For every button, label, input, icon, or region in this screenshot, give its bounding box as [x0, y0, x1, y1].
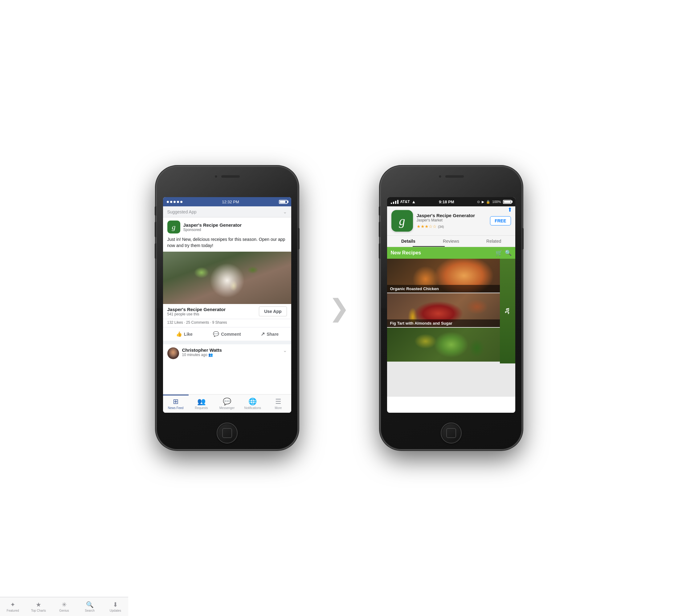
ad-actions: 👍 Like 💬 Comment ↗ Share [163, 327, 291, 341]
ad-users-count: 541 people use this [167, 312, 226, 316]
ad-card-info: Jasper's Recipe Generator Sponsored [183, 222, 287, 232]
forward-arrow: ❯ [329, 294, 349, 323]
side-peek-text: Ja [504, 308, 511, 314]
app-store-header: g Jasper's Recipe Generator Jasper's Mar… [387, 206, 515, 236]
signal-dot [170, 201, 172, 203]
battery-fill [280, 201, 286, 203]
requests-label: Requests [195, 406, 208, 410]
recipe-item-1[interactable]: Organic Roasted Chicken [387, 259, 515, 293]
signal-bar-4 [397, 200, 399, 204]
cart-icon[interactable]: 🛒 [496, 249, 502, 256]
app-icon-large: g [391, 210, 413, 232]
battery-full-indicator [503, 200, 512, 204]
appstore-screen: AT&T ▲ 9:18 PM ⊙ ▶ 🔒 100% ⬆ g [387, 197, 515, 413]
home-button-right[interactable] [441, 422, 462, 444]
nav-item-newsfeed[interactable]: ⊞ News Feed [163, 395, 189, 413]
signal-dots [167, 201, 182, 203]
user-avatar [167, 347, 179, 359]
time-display: 12:32 PM [222, 200, 239, 204]
ad-stats: 132 Likes · 25 Comments · 9 Shares [163, 319, 291, 327]
comment-icon: 💬 [213, 331, 219, 337]
battery-indicator [279, 200, 288, 204]
nav-item-more[interactable]: ☰ More [265, 395, 291, 413]
mute-button[interactable] [155, 206, 156, 216]
signal-dot [177, 201, 179, 203]
app-tabs: Details Reviews Related [387, 236, 515, 247]
power-button[interactable] [298, 228, 300, 249]
banner-icons: 🛒 🔍 [496, 249, 512, 256]
recipe-image-3 [387, 328, 515, 362]
rating-count: (34) [438, 225, 444, 229]
requests-icon: 👥 [197, 398, 205, 406]
suggested-label: Suggested App [167, 209, 197, 214]
recipe-name-2: Fig Tart with Almonds and Sugar [387, 319, 515, 327]
ad-card-header: g Jasper's Recipe Generator Sponsored [163, 217, 291, 235]
star-rating: ★★★☆☆ [417, 224, 437, 229]
comment-action[interactable]: 💬 Comment [205, 329, 249, 339]
scene: 12:32 PM Suggested App ⌄ g Jasper's Reci… [156, 166, 522, 450]
volume-down-button[interactable] [155, 243, 156, 259]
nav-item-requests[interactable]: 👥 Requests [189, 395, 214, 413]
phone-right-top [380, 175, 522, 178]
notifications-label: Notifications [244, 406, 261, 410]
tab-reviews[interactable]: Reviews [429, 236, 473, 247]
signal-dot [167, 201, 169, 203]
arrow-icon: ▶ [482, 200, 484, 204]
mute-button-right[interactable] [379, 206, 380, 216]
home-button-left[interactable] [217, 422, 238, 444]
phone-right: AT&T ▲ 9:18 PM ⊙ ▶ 🔒 100% ⬆ g [380, 166, 522, 450]
poster-name: Christopher Watts [182, 347, 280, 353]
messenger-icon: 💬 [223, 398, 231, 406]
free-button[interactable]: FREE [490, 216, 511, 225]
carrier-name: AT&T [400, 200, 410, 204]
suggested-app-bar[interactable]: Suggested App ⌄ [163, 206, 291, 217]
search-icon[interactable]: 🔍 [505, 249, 512, 256]
share-button[interactable]: ⬆ [507, 206, 512, 213]
ad-footer-title: Jasper's Recipe Generator [167, 307, 226, 312]
tab-details[interactable]: Details [387, 236, 430, 247]
messenger-label: Messenger [219, 406, 234, 410]
nav-item-messenger[interactable]: 💬 Messenger [214, 395, 240, 413]
like-action[interactable]: 👍 Like [163, 329, 206, 339]
recipe-item-3[interactable] [387, 328, 515, 362]
signal-dot [180, 201, 182, 203]
more-label: More [275, 406, 282, 410]
app-developer: Jasper's Market [417, 218, 487, 222]
tab-related[interactable]: Related [473, 236, 515, 247]
ad-food-image [163, 252, 291, 304]
as-status-bar: AT&T ▲ 9:18 PM ⊙ ▶ 🔒 100% [387, 197, 515, 206]
post-info: Christopher Watts 10 minutes ago 👥 [182, 347, 280, 357]
volume-down-button-right[interactable] [379, 243, 380, 259]
fb-status-bar: 12:32 PM [163, 197, 291, 206]
location-icon: ⊙ [477, 200, 480, 204]
app-info: Jasper's Recipe Generator Jasper's Marke… [417, 213, 487, 229]
front-camera [215, 175, 218, 178]
side-peek-panel: Ja [500, 259, 515, 363]
like-label: Like [184, 332, 193, 337]
nav-active-indicator [163, 395, 189, 396]
ad-card-footer: Jasper's Recipe Generator 541 people use… [163, 304, 291, 319]
phone-left: 12:32 PM Suggested App ⌄ g Jasper's Reci… [156, 166, 298, 450]
nav-item-notifications[interactable]: 🌐 Notifications [240, 395, 265, 413]
volume-up-button[interactable] [155, 222, 156, 237]
next-post: Christopher Watts 10 minutes ago 👥 ⌄ [163, 342, 291, 362]
newsfeed-icon: ⊞ [173, 398, 179, 406]
phone-left-top [156, 175, 298, 178]
share-action[interactable]: ↗ Share [249, 329, 291, 339]
avatar-face [167, 347, 179, 359]
sponsored-label: Sponsored [183, 228, 287, 232]
wifi-icon: ▲ [412, 199, 416, 204]
banner-title: New Recipes [391, 250, 421, 256]
more-icon: ☰ [275, 398, 281, 406]
food-photo [163, 252, 291, 304]
notifications-icon: 🌐 [249, 398, 257, 406]
volume-up-button-right[interactable] [379, 222, 380, 237]
use-app-button[interactable]: Use App [259, 306, 287, 316]
ad-footer-info: Jasper's Recipe Generator 541 people use… [167, 307, 226, 316]
signal-bar-3 [395, 201, 396, 204]
home-button-inner-right [446, 428, 456, 438]
recipe-item-2[interactable]: Fig Tart with Almonds and Sugar [387, 293, 515, 327]
power-button-right[interactable] [522, 228, 524, 249]
battery-percent: 100% [492, 200, 501, 204]
app-icon-jasper: g [167, 220, 180, 234]
